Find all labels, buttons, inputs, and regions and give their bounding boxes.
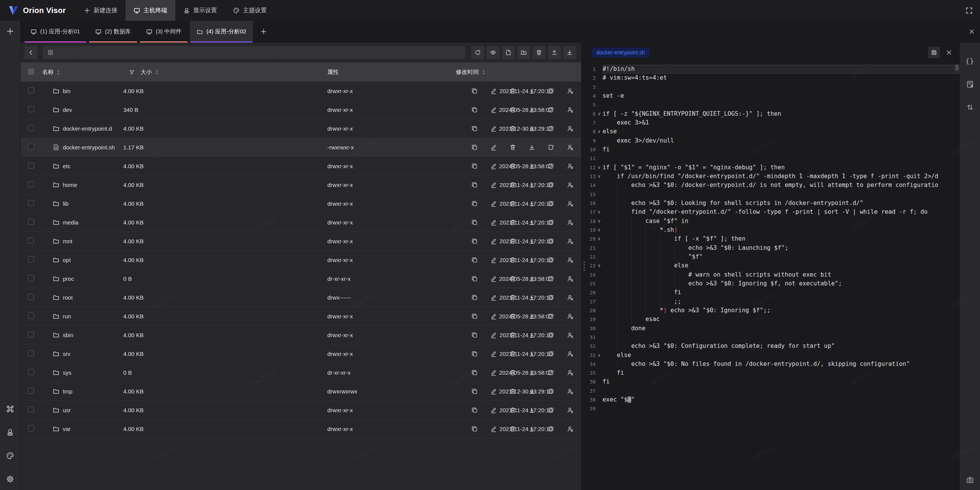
table-row[interactable]: docker-entrypoint.sh 1.17 KB -rwxrwxr-x — [21, 138, 581, 157]
code-line[interactable]: 9 exec 3>/dev/null — [587, 136, 959, 145]
refresh-icon[interactable] — [471, 46, 484, 59]
permission-user-icon[interactable] — [567, 407, 573, 413]
download-icon[interactable] — [529, 407, 535, 413]
fold-toggle-icon[interactable]: ∨ — [596, 172, 602, 181]
move-file-icon[interactable] — [548, 257, 554, 263]
path-input[interactable] — [43, 46, 465, 59]
row-checkbox[interactable] — [28, 425, 34, 431]
table-row[interactable]: bin 4.00 KB drwxr-xr-x 2021-11-24 17:20:… — [21, 82, 581, 100]
sort-mtime-icon[interactable] — [482, 69, 486, 75]
nav-item-display-settings[interactable]: 显示设置 — [175, 0, 225, 21]
table-row[interactable]: sys 0 B dr-xr-xr-x 2024-05-28 23:58:02 — [21, 363, 581, 382]
fold-toggle-icon[interactable]: ∨ — [596, 208, 602, 216]
filter-funnel-icon[interactable] — [129, 69, 135, 75]
delete-trash-icon[interactable] — [510, 88, 516, 94]
edit-pencil-icon[interactable] — [490, 407, 497, 413]
table-row[interactable]: tmp 4.00 KB drwxrwxrwx 2021-12-30 03:29:… — [21, 382, 581, 401]
code-line[interactable]: 31 — [587, 333, 959, 342]
file-name[interactable]: media — [63, 219, 78, 226]
terminal-tab-1[interactable]: (1) 应用-分析01 — [24, 21, 87, 43]
preview-icon[interactable] — [487, 46, 500, 59]
code-line[interactable]: 39 — [587, 404, 959, 413]
delete-trash-icon[interactable] — [510, 144, 516, 151]
edit-pencil-icon[interactable] — [490, 313, 497, 320]
code-line[interactable]: 13∨ if /usr/bin/find "/docker-entrypoint… — [587, 172, 959, 181]
file-name[interactable]: docker-entrypoint.d — [63, 125, 112, 132]
row-checkbox[interactable] — [28, 181, 34, 187]
open-file-tag[interactable]: docker-entrypoint.sh — [592, 48, 650, 57]
download-icon[interactable] — [529, 238, 535, 244]
permission-user-icon[interactable] — [567, 88, 573, 94]
permission-user-icon[interactable] — [567, 388, 573, 395]
file-name[interactable]: usr — [63, 407, 71, 413]
shortcut-command-icon[interactable] — [4, 402, 17, 415]
table-row[interactable]: run 4.00 KB drwxr-xr-x 2024-05-28 23:58:… — [21, 307, 581, 326]
copy-icon[interactable] — [471, 163, 478, 169]
permission-user-icon[interactable] — [567, 351, 573, 357]
copy-icon[interactable] — [471, 200, 478, 207]
fold-toggle-icon[interactable]: ∨ — [596, 226, 602, 234]
row-checkbox[interactable] — [28, 87, 34, 93]
delete-trash-icon[interactable] — [510, 163, 516, 169]
sort-size-icon[interactable] — [155, 69, 159, 75]
move-file-icon[interactable] — [548, 200, 554, 207]
permission-user-icon[interactable] — [567, 332, 573, 338]
code-line[interactable]: 33∨ else — [587, 351, 959, 360]
permission-user-icon[interactable] — [567, 107, 573, 113]
edit-pencil-icon[interactable] — [490, 294, 497, 301]
code-line[interactable]: 21 echo >&3 "$0: Launching $f"; — [587, 244, 959, 252]
code-line[interactable]: 24 # warn on shell scripts without exec … — [587, 270, 959, 279]
file-name[interactable]: dev — [63, 107, 72, 113]
download-icon[interactable] — [529, 332, 535, 338]
copy-icon[interactable] — [471, 219, 478, 226]
table-row[interactable]: srv 4.00 KB drwxr-xr-x 2021-11-24 17:20:… — [21, 344, 581, 363]
delete-trash-icon[interactable] — [510, 257, 516, 263]
doc-bookmark-icon[interactable] — [966, 80, 974, 88]
code-line[interactable]: 5 — [587, 100, 959, 109]
permission-user-icon[interactable] — [567, 369, 573, 376]
download-icon[interactable] — [529, 219, 535, 226]
edit-pencil-icon[interactable] — [490, 351, 497, 357]
nav-item-new-connection[interactable]: 新建连接 — [76, 0, 126, 21]
edit-pencil-icon[interactable] — [490, 238, 497, 244]
move-file-icon[interactable] — [548, 88, 554, 94]
download-icon[interactable] — [529, 107, 535, 113]
edit-pencil-icon[interactable] — [490, 332, 497, 338]
sidebar-new-tab-button[interactable] — [4, 25, 17, 38]
move-file-icon[interactable] — [548, 313, 554, 320]
row-checkbox[interactable] — [28, 350, 34, 356]
add-tab-button[interactable] — [255, 21, 272, 43]
code-line[interactable]: 2# vim:sw=4:ts=4:et — [587, 74, 959, 82]
copy-icon[interactable] — [471, 182, 478, 188]
copy-icon[interactable] — [471, 313, 478, 320]
move-file-icon[interactable] — [548, 275, 554, 282]
back-button[interactable] — [24, 46, 38, 59]
copy-icon[interactable] — [471, 275, 478, 282]
theme-palette-icon[interactable] — [4, 449, 17, 462]
file-name[interactable]: mnt — [63, 238, 72, 244]
table-row[interactable]: lib 4.00 KB drwxr-xr-x 2021-11-24 17:20:… — [21, 194, 581, 213]
terminal-tab-3[interactable]: (3) 中间件 — [139, 21, 189, 43]
edit-pencil-icon[interactable] — [490, 275, 497, 282]
move-file-icon[interactable] — [548, 219, 554, 226]
edit-pencil-icon[interactable] — [490, 88, 497, 94]
move-file-icon[interactable] — [548, 182, 554, 188]
new-file-icon[interactable] — [502, 46, 515, 59]
permission-user-icon[interactable] — [567, 182, 573, 188]
code-line[interactable]: 19∨ *.sh) — [587, 226, 959, 234]
copy-icon[interactable] — [471, 369, 478, 376]
code-line[interactable]: 3 — [587, 83, 959, 92]
row-checkbox[interactable] — [28, 125, 34, 131]
terminal-tab-4[interactable]: (4) 应用-分析02 — [190, 21, 253, 43]
download-icon[interactable] — [529, 275, 535, 282]
delete-trash-icon[interactable] — [510, 351, 516, 357]
delete-icon[interactable] — [532, 46, 546, 59]
permission-user-icon[interactable] — [567, 294, 573, 301]
permission-user-icon[interactable] — [567, 219, 573, 226]
code-line[interactable]: 38exec "$@" — [587, 395, 959, 404]
copy-icon[interactable] — [471, 144, 478, 151]
row-checkbox[interactable] — [28, 331, 34, 338]
permission-user-icon[interactable] — [567, 275, 573, 282]
row-checkbox[interactable] — [28, 406, 34, 413]
move-file-icon[interactable] — [548, 369, 554, 376]
